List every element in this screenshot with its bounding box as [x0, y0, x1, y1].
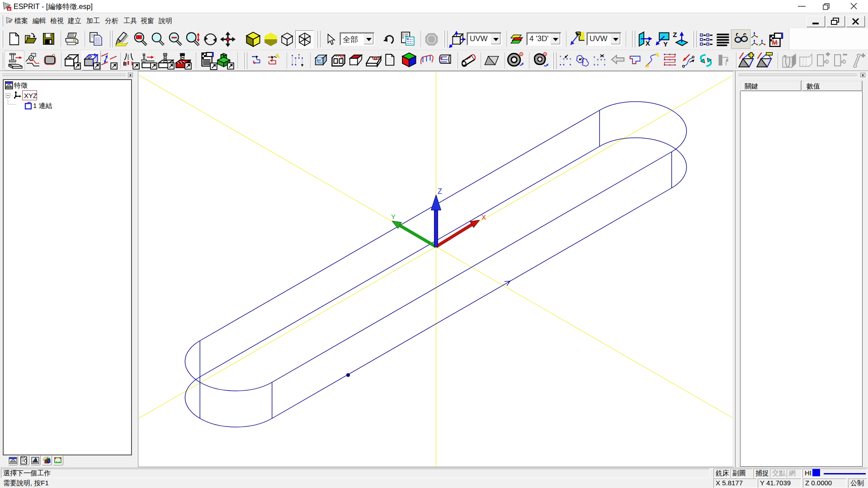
svg-text:Z: Z	[438, 188, 442, 195]
svg-text:E: E	[8, 7, 11, 11]
svg-text:X: X	[646, 39, 650, 47]
svg-text:X: X	[481, 213, 486, 221]
svg-text:Y: Y	[663, 41, 668, 48]
svg-text:M: M	[772, 39, 778, 46]
svg-text:Y: Y	[391, 213, 396, 221]
svg-text:Z: Z	[673, 31, 677, 38]
